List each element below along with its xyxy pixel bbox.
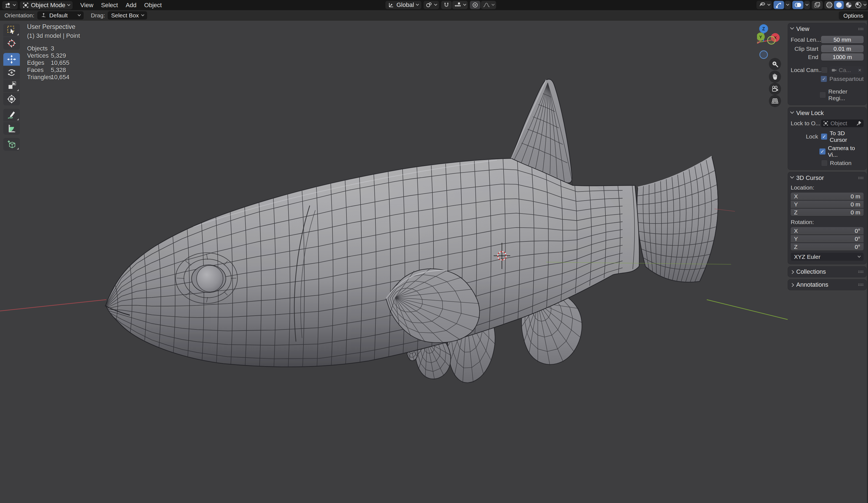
camera-view-button[interactable] bbox=[769, 83, 781, 95]
tool-measure[interactable] bbox=[3, 122, 20, 135]
pivot-point-dropdown[interactable] bbox=[424, 1, 439, 9]
overlays-icon bbox=[794, 2, 802, 8]
region-edge[interactable] bbox=[867, 21, 868, 503]
svg-text:Z: Z bbox=[762, 27, 765, 31]
proportional-editing-toggle[interactable] bbox=[470, 1, 480, 9]
tool-rotate[interactable] bbox=[3, 66, 20, 79]
eyedropper-icon[interactable] bbox=[856, 121, 861, 126]
menu-view[interactable]: View bbox=[76, 1, 97, 9]
proportional-falloff-dropdown[interactable] bbox=[481, 1, 496, 9]
chevron-down-icon bbox=[13, 3, 16, 6]
clear-icon[interactable]: × bbox=[858, 67, 861, 73]
tool-cursor[interactable] bbox=[3, 37, 20, 50]
show-gizmo-toggle[interactable] bbox=[774, 1, 784, 9]
fish-model[interactable] bbox=[0, 79, 788, 383]
menu-select[interactable]: Select bbox=[97, 1, 122, 9]
focal-length-field[interactable]: 50 mm bbox=[821, 36, 864, 43]
orthographic-toggle-button[interactable] bbox=[769, 95, 781, 107]
render-region-checkbox[interactable] bbox=[819, 92, 826, 98]
camera-icon bbox=[771, 85, 779, 93]
gizmo-settings-dropdown[interactable] bbox=[785, 1, 791, 9]
render-region-label: Render Regi... bbox=[828, 88, 864, 102]
overlays-settings-dropdown[interactable] bbox=[804, 1, 810, 9]
orientation-axes-icon bbox=[388, 2, 394, 8]
gizmo-axis-z-neg[interactable] bbox=[760, 51, 767, 59]
tool-select-box[interactable] bbox=[3, 24, 20, 36]
tool-scale[interactable] bbox=[3, 80, 20, 92]
snap-toggle[interactable] bbox=[441, 1, 452, 9]
clip-end-field[interactable]: 1000 m bbox=[821, 53, 864, 61]
xray-icon bbox=[814, 2, 821, 8]
passepartout-checkbox[interactable] bbox=[820, 76, 827, 82]
menu-add[interactable]: Add bbox=[122, 1, 140, 9]
tool-transform[interactable] bbox=[3, 93, 20, 105]
toolbar bbox=[3, 24, 20, 151]
drag-mode-dropdown[interactable]: Select Box bbox=[108, 11, 147, 20]
panel-view: View Focal Len... 50 mm Clip Start 0.01 … bbox=[788, 23, 866, 105]
magnet-icon bbox=[443, 2, 450, 8]
chevron-down-icon bbox=[790, 110, 794, 114]
lock-rotation-checkbox[interactable] bbox=[821, 160, 828, 166]
options-button[interactable]: Options bbox=[839, 11, 868, 20]
panel-annotations: Annotations bbox=[788, 280, 866, 290]
panel-drag-dots-icon[interactable] bbox=[858, 283, 864, 286]
menu-object[interactable]: Object bbox=[140, 1, 166, 9]
panel-drag-dots-icon[interactable] bbox=[858, 270, 864, 273]
orientation-gizmo[interactable]: Z Y X bbox=[757, 24, 782, 60]
lock-3d-cursor-checkbox[interactable] bbox=[821, 133, 827, 140]
lock-to-object-field[interactable]: Object bbox=[821, 119, 864, 127]
panel-view-lock-header[interactable]: View Lock bbox=[791, 109, 864, 117]
viewport-canvas[interactable] bbox=[0, 0, 868, 503]
euler-mode-dropdown[interactable]: XYZ Euler bbox=[791, 253, 864, 261]
grid-icon bbox=[771, 97, 779, 105]
camera-to-view-label: Camera to Vi... bbox=[828, 145, 864, 158]
clip-start-field[interactable]: 0.01 m bbox=[821, 45, 864, 52]
panel-annotations-header[interactable]: Annotations bbox=[791, 281, 864, 288]
panel-view-header[interactable]: View bbox=[791, 25, 864, 33]
shading-settings-dropdown[interactable] bbox=[863, 1, 867, 9]
focal-length-label: Focal Len... bbox=[791, 36, 821, 43]
cursor-rotation-z[interactable]: Z0° bbox=[791, 243, 864, 251]
shading-material-button[interactable] bbox=[844, 1, 854, 9]
tool-annotate[interactable] bbox=[3, 109, 20, 122]
panel-drag-dots-icon[interactable] bbox=[858, 28, 864, 30]
snap-settings-dropdown[interactable] bbox=[452, 1, 468, 9]
pan-button[interactable] bbox=[769, 71, 781, 83]
gizmo-axis-y-neg[interactable] bbox=[767, 36, 775, 44]
chevron-down-icon bbox=[786, 3, 789, 6]
transform-orientation-dropdown[interactable]: Global bbox=[385, 1, 421, 9]
panel-collections-header[interactable]: Collections bbox=[791, 268, 864, 275]
cursor-rotation-y[interactable]: Y0° bbox=[791, 235, 864, 242]
tool-move[interactable] bbox=[3, 53, 20, 66]
cursor-location-x[interactable]: X0 m bbox=[791, 192, 864, 200]
zoom-button[interactable] bbox=[769, 58, 781, 70]
cursor-rotation-x[interactable]: X0° bbox=[791, 227, 864, 234]
blender-window: Object Mode View Select Add Object Globa… bbox=[0, 0, 868, 503]
default-orientation-dropdown[interactable]: Default bbox=[37, 11, 84, 20]
mode-label: Object Mode bbox=[31, 2, 65, 9]
local-camera-checkbox[interactable] bbox=[821, 67, 828, 73]
chevron-down-icon bbox=[416, 3, 419, 6]
panel-view-lock: View Lock Lock to O... Object Lock To 3D… bbox=[788, 107, 866, 170]
object-visibility-dropdown[interactable] bbox=[756, 1, 772, 9]
panel-drag-dots-icon[interactable] bbox=[858, 177, 864, 179]
camera-to-view-checkbox[interactable] bbox=[819, 148, 826, 155]
panel-3d-cursor-header[interactable]: 3D Cursor bbox=[791, 175, 864, 181]
tool-add-cube[interactable] bbox=[3, 138, 20, 151]
toggle-xray[interactable] bbox=[812, 1, 823, 9]
local-camera-field[interactable]: Ca... × bbox=[829, 66, 864, 74]
shading-solid-button[interactable] bbox=[834, 1, 844, 9]
shading-rendered-button[interactable] bbox=[854, 1, 863, 9]
cursor-location-z[interactable]: Z0 m bbox=[791, 209, 864, 216]
mode-selector[interactable]: Object Mode bbox=[20, 1, 73, 9]
svg-text:Y: Y bbox=[759, 34, 762, 39]
euler-mode-value: XYZ Euler bbox=[794, 254, 820, 260]
cursor-rotation-label: Rotation: bbox=[791, 219, 864, 226]
show-overlays-toggle[interactable] bbox=[792, 1, 803, 9]
editor-type-selector[interactable] bbox=[2, 1, 18, 9]
drag-value: Select Box bbox=[111, 12, 138, 19]
local-camera-value: Ca... bbox=[839, 67, 851, 73]
cursor-location-y[interactable]: Y0 m bbox=[791, 201, 864, 208]
shading-wireframe-button[interactable] bbox=[824, 1, 834, 9]
chevron-down-icon bbox=[858, 254, 860, 258]
